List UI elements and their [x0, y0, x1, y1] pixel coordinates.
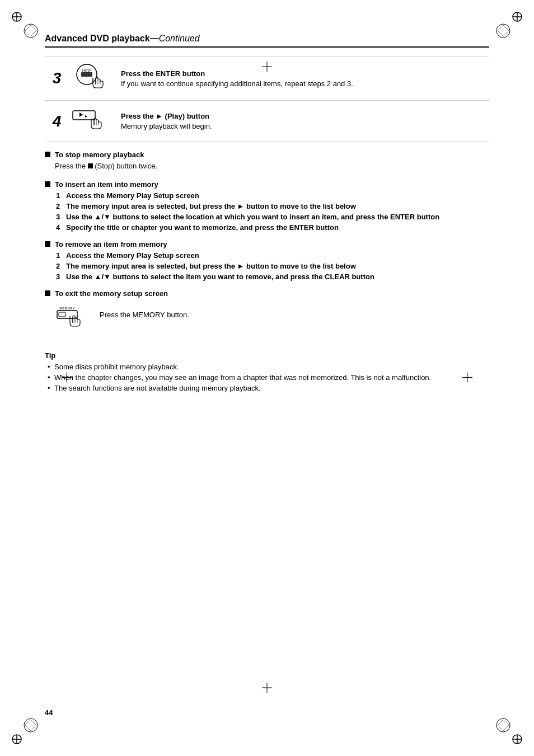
- title-continued: Continued: [159, 34, 200, 43]
- corner-bl: [11, 717, 39, 745]
- list-item: 3 Use the ▲/▼ buttons to select the item…: [56, 273, 489, 281]
- svg-point-15: [496, 719, 510, 732]
- svg-text:►: ►: [85, 114, 88, 118]
- bullet-remove: [45, 241, 50, 247]
- tip-item: The search functions are not available d…: [48, 384, 489, 392]
- stop-square-icon: [88, 163, 93, 168]
- insert-memory-title: To insert an item into memory: [45, 180, 489, 189]
- stop-memory-section: To stop memory playback Press the (Stop)…: [45, 151, 489, 170]
- enter-button-icon: ENTER: [74, 62, 105, 93]
- stop-memory-title: To stop memory playback: [45, 151, 489, 159]
- svg-rect-26: [81, 72, 92, 77]
- insert-memory-section: To insert an item into memory 1 Access t…: [45, 180, 489, 232]
- crosshair-bottom: [262, 683, 272, 694]
- title-main: Advanced DVD playback: [45, 34, 150, 43]
- list-item: 1 Access the Memory Play Setup screen: [56, 251, 489, 260]
- remove-memory-title: To remove an item from memory: [45, 240, 489, 248]
- svg-marker-28: [79, 112, 83, 117]
- step-3-content: Press the ENTER button If you want to co…: [113, 57, 489, 101]
- svg-rect-32: [59, 312, 65, 317]
- memory-button-svg: MEMORY: [55, 305, 91, 339]
- list-item: 1 Access the Memory Play Setup screen: [56, 191, 489, 200]
- svg-rect-31: [57, 311, 77, 318]
- remove-memory-label: To remove an item from memory: [55, 240, 167, 248]
- step-4-icon: ►: [67, 101, 113, 142]
- corner-tr: [495, 11, 523, 39]
- tip-list: Some discs prohibit memory playback. Whe…: [48, 363, 489, 392]
- exit-memory-title: To exit the memory setup screen: [45, 289, 489, 298]
- list-item: 4 Specify the title or chapter you want …: [56, 223, 489, 232]
- step-3-icon: ENTER: [67, 57, 113, 101]
- page-number: 44: [45, 708, 53, 717]
- step-3-number: 3: [45, 57, 67, 101]
- play-button-icon: ►: [72, 106, 108, 134]
- stop-memory-label: To stop memory playback: [55, 151, 144, 159]
- corner-br: [495, 717, 523, 745]
- svg-text:ENTER: ENTER: [82, 69, 92, 72]
- exit-memory-text: Press the MEMORY button.: [100, 302, 189, 319]
- step-4-row: 4 ► Press the ► (Play) button Memory p: [45, 101, 489, 142]
- crosshair-top: [262, 62, 272, 73]
- page-header: Advanced DVD playback—Continued: [45, 34, 489, 48]
- memory-button-icon: MEMORY: [55, 305, 91, 340]
- list-item: 2 The memory input area is selected, but…: [56, 202, 489, 210]
- step-4-number: 4: [45, 101, 67, 142]
- insert-memory-label: To insert an item into memory: [55, 180, 158, 189]
- stop-memory-text: Press the (Stop) button twice.: [55, 162, 489, 170]
- step-4-title: Press the ► (Play) button: [121, 112, 485, 120]
- bullet-exit: [45, 290, 50, 296]
- svg-point-7: [496, 24, 510, 37]
- page: Advanced DVD playback—Continued 3 ENTER: [0, 0, 534, 756]
- svg-point-11: [24, 719, 38, 732]
- tip-item: Some discs prohibit memory playback.: [48, 363, 489, 371]
- insert-memory-list: 1 Access the Memory Play Setup screen 2 …: [56, 191, 489, 232]
- page-title: Advanced DVD playback—Continued: [45, 34, 489, 44]
- exit-memory-section: To exit the memory setup screen MEMORY: [45, 289, 489, 340]
- bullet-stop: [45, 152, 50, 157]
- tip-section: Tip Some discs prohibit memory playback.…: [45, 351, 489, 392]
- tip-item: When the chapter changes, you may see an…: [48, 373, 489, 382]
- svg-point-3: [24, 24, 38, 37]
- list-item: 2 The memory input area is selected, but…: [56, 262, 489, 270]
- bullet-insert: [45, 181, 50, 187]
- step-3-title: Press the ENTER button: [121, 69, 485, 78]
- tip-title: Tip: [45, 351, 489, 360]
- corner-tl: [11, 11, 39, 39]
- step-4-content: Press the ► (Play) button Memory playbac…: [113, 101, 489, 142]
- list-item: 3 Use the ▲/▼ buttons to select the loca…: [56, 213, 489, 221]
- step-3-desc: If you want to continue specifying addit…: [121, 79, 485, 88]
- remove-memory-list: 1 Access the Memory Play Setup screen 2 …: [56, 251, 489, 281]
- step-4-desc: Memory playback will begin.: [121, 122, 485, 130]
- exit-memory-label: To exit the memory setup screen: [55, 289, 168, 298]
- svg-text:MEMORY: MEMORY: [59, 307, 75, 310]
- remove-memory-section: To remove an item from memory 1 Access t…: [45, 240, 489, 281]
